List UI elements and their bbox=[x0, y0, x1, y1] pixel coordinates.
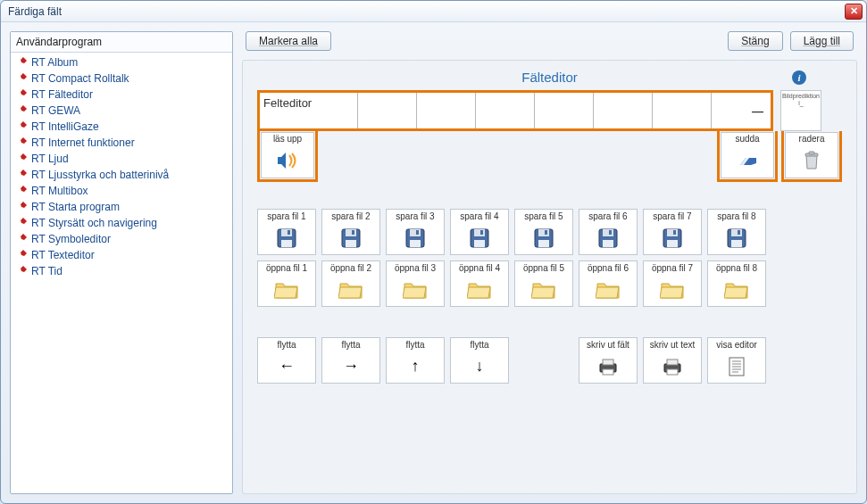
save-file-tile[interactable]: spara fil 1 bbox=[257, 209, 316, 255]
open-file-tile[interactable]: öppna fil 4 bbox=[450, 260, 509, 307]
floppy-icon bbox=[469, 221, 490, 254]
save-file-tile[interactable]: spara fil 6 bbox=[579, 209, 638, 255]
svg-rect-6 bbox=[281, 240, 292, 247]
dialog-window: Färdiga fält ✕ Användarprogram RT AlbumR… bbox=[0, 0, 867, 504]
image-prediction-tile[interactable]: Bildprediktion i_ bbox=[780, 90, 821, 131]
sidebar-item[interactable]: RT Multibox bbox=[13, 183, 230, 199]
svg-rect-34 bbox=[731, 240, 742, 247]
folder-icon bbox=[338, 273, 363, 306]
sidebar-item[interactable]: RT Ljud bbox=[13, 151, 230, 167]
save-grid: spara fil 1spara fil 2spara fil 3spara f… bbox=[257, 209, 842, 255]
actions-row: läs upp bbox=[257, 131, 842, 182]
move-right-tile[interactable]: flytta → bbox=[321, 337, 380, 384]
sidebar-item-label: RT Fälteditor bbox=[31, 88, 93, 101]
print-field-tile[interactable]: skriv ut fält bbox=[579, 337, 638, 384]
open-file-tile[interactable]: öppna fil 1 bbox=[257, 260, 316, 307]
sidebar-item[interactable]: RT Album bbox=[13, 54, 230, 70]
sidebar-item[interactable]: RT Texteditor bbox=[13, 247, 230, 263]
move-label: flytta bbox=[405, 340, 424, 350]
sidebar-item[interactable]: RT Tid bbox=[13, 263, 230, 279]
file-grid-section: spara fil 1spara fil 2spara fil 3spara f… bbox=[257, 209, 842, 307]
close-button[interactable]: Stäng bbox=[728, 31, 782, 51]
arrow-up-icon: ↑ bbox=[412, 350, 420, 383]
open-file-tile[interactable]: öppna fil 2 bbox=[321, 260, 380, 307]
cell-4[interactable] bbox=[535, 93, 594, 128]
info-icon[interactable]: i bbox=[792, 70, 806, 85]
sidebar-item[interactable]: RT Ljusstyrka och batterinivå bbox=[13, 167, 230, 183]
save-file-tile[interactable]: spara fil 3 bbox=[386, 209, 445, 255]
cell-6[interactable] bbox=[653, 93, 712, 128]
move-label: flytta bbox=[277, 340, 296, 350]
svg-rect-18 bbox=[474, 240, 485, 247]
erase-tile[interactable]: sudda bbox=[721, 132, 774, 178]
tile-label: öppna fil 6 bbox=[588, 263, 629, 273]
sidebar-item[interactable]: RT GEWA bbox=[13, 103, 230, 119]
tile-label: öppna fil 8 bbox=[716, 263, 757, 273]
sidebar-item[interactable]: RT Fälteditor bbox=[13, 87, 230, 103]
open-file-tile[interactable]: öppna fil 5 bbox=[514, 260, 573, 307]
save-file-tile[interactable]: spara fil 8 bbox=[707, 209, 766, 255]
floppy-icon bbox=[597, 221, 619, 254]
sidebar-item-label: RT Texteditor bbox=[31, 249, 95, 261]
save-file-tile[interactable]: spara fil 7 bbox=[643, 209, 702, 255]
folder-icon bbox=[660, 273, 685, 306]
cell-1[interactable] bbox=[358, 93, 417, 128]
open-file-tile[interactable]: öppna fil 6 bbox=[579, 260, 638, 307]
save-file-tile[interactable]: spara fil 2 bbox=[321, 209, 380, 255]
svg-rect-38 bbox=[603, 369, 613, 375]
print-field-label: skriv ut fält bbox=[587, 340, 629, 350]
delete-tile[interactable]: radera bbox=[785, 132, 838, 178]
editor-header: Fälteditor i bbox=[257, 70, 842, 85]
svg-rect-15 bbox=[416, 230, 419, 235]
image-prediction-sub: i_ bbox=[798, 100, 803, 107]
svg-rect-19 bbox=[480, 230, 483, 235]
sidebar-item[interactable]: RT Compact Rolltalk bbox=[13, 70, 230, 87]
save-file-tile[interactable]: spara fil 5 bbox=[514, 209, 573, 255]
svg-rect-21 bbox=[538, 229, 549, 236]
save-file-tile[interactable]: spara fil 4 bbox=[450, 209, 509, 255]
cells-frame: Felteditor — bbox=[257, 90, 773, 131]
print-text-label: skriv ut text bbox=[650, 340, 696, 350]
sidebar-item[interactable]: RT Starta program bbox=[13, 199, 230, 215]
arrow-right-icon: → bbox=[343, 350, 359, 383]
sidebar-item-label: RT Symboleditor bbox=[31, 233, 111, 245]
sidebar-item[interactable]: RT IntelliGaze bbox=[13, 119, 230, 135]
svg-rect-14 bbox=[410, 240, 421, 247]
print-text-tile[interactable]: skriv ut text bbox=[643, 337, 702, 384]
delete-label: radera bbox=[799, 134, 825, 144]
open-file-tile[interactable]: öppna fil 8 bbox=[707, 260, 766, 307]
folder-icon bbox=[467, 273, 492, 306]
sidebar-item[interactable]: RT Styrsätt och navigering bbox=[13, 215, 230, 231]
tile-label: spara fil 4 bbox=[460, 211, 498, 221]
sidebar-item-label: RT Tid bbox=[31, 265, 63, 277]
cell-0[interactable]: Felteditor bbox=[260, 93, 358, 128]
tile-label: spara fil 2 bbox=[331, 211, 370, 221]
move-up-tile[interactable]: flytta ↑ bbox=[386, 337, 445, 384]
svg-rect-5 bbox=[281, 229, 292, 236]
sidebar-item[interactable]: RT Internet funktioner bbox=[13, 135, 230, 151]
speak-tile[interactable]: läs upp bbox=[261, 132, 314, 178]
svg-rect-22 bbox=[538, 240, 549, 247]
move-left-tile[interactable]: flytta ← bbox=[257, 337, 316, 384]
printer-icon bbox=[662, 350, 683, 383]
open-file-tile[interactable]: öppna fil 7 bbox=[643, 260, 702, 307]
svg-rect-11 bbox=[352, 230, 354, 235]
open-file-tile[interactable]: öppna fil 3 bbox=[386, 260, 445, 307]
sidebar-item[interactable]: RT Symboleditor bbox=[13, 231, 230, 247]
svg-rect-3 bbox=[809, 152, 814, 154]
sidebar-item-label: RT GEWA bbox=[31, 104, 80, 117]
cell-5[interactable] bbox=[594, 93, 653, 128]
floppy-icon bbox=[533, 221, 554, 254]
delete-frame: radera bbox=[781, 131, 842, 182]
move-down-tile[interactable]: flytta ↓ bbox=[450, 337, 509, 384]
mark-all-button[interactable]: Markera alla bbox=[246, 31, 331, 51]
cell-7[interactable]: — bbox=[712, 93, 771, 128]
close-icon[interactable]: ✕ bbox=[845, 4, 863, 20]
add-button[interactable]: Lägg till bbox=[790, 31, 854, 51]
tile-label: spara fil 8 bbox=[717, 211, 755, 221]
image-prediction-label: Bildprediktion bbox=[782, 93, 820, 100]
show-editor-tile[interactable]: visa editor bbox=[707, 337, 766, 384]
folder-icon bbox=[274, 273, 299, 306]
cell-2[interactable] bbox=[417, 93, 476, 128]
cell-3[interactable] bbox=[476, 93, 535, 128]
